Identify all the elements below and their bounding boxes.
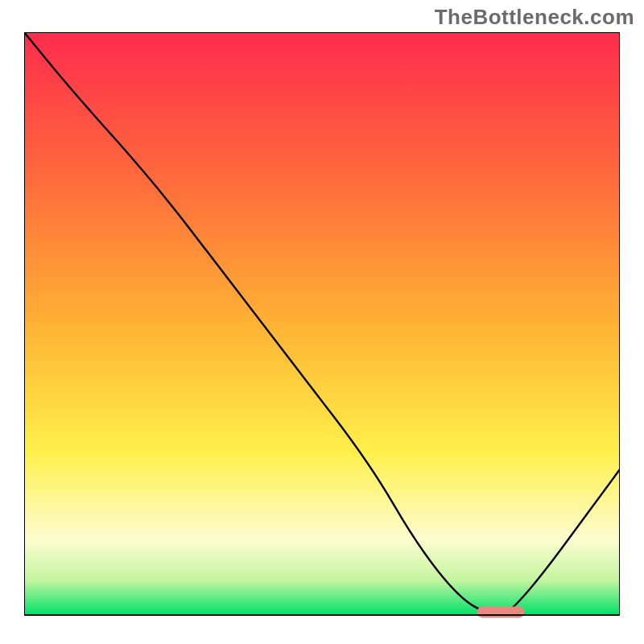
watermark-text: TheBottleneck.com bbox=[435, 5, 634, 30]
plot-area bbox=[24, 32, 620, 620]
gradient-background bbox=[24, 32, 620, 615]
optimal-marker bbox=[477, 606, 524, 617]
chart-container: TheBottleneck.com bbox=[0, 0, 644, 644]
bottleneck-chart-svg bbox=[24, 32, 620, 620]
